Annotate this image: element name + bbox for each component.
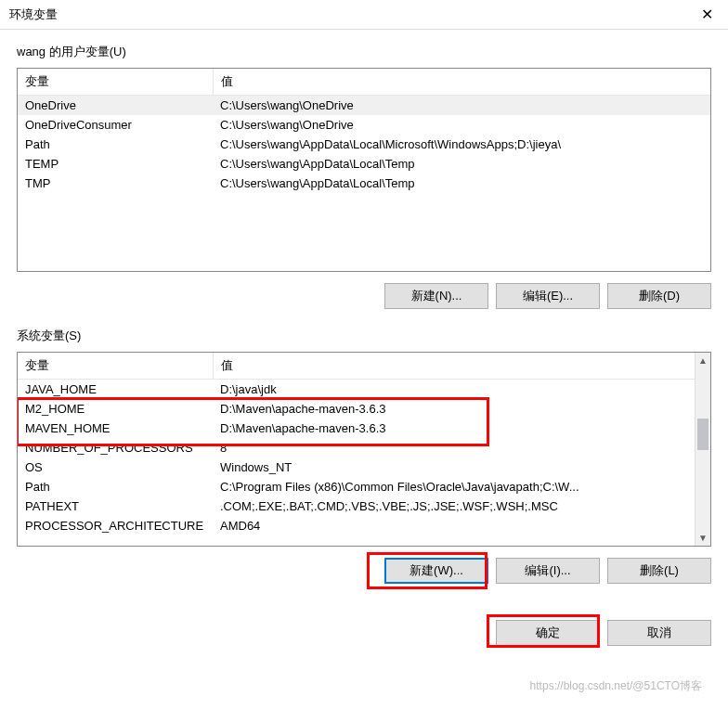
user-new-button[interactable]: 新建(N)... bbox=[384, 283, 488, 309]
sys-delete-button[interactable]: 删除(L) bbox=[607, 558, 711, 584]
sys-edit-button[interactable]: 编辑(I)... bbox=[496, 558, 600, 584]
table-row[interactable]: MAVEN_HOMED:\Maven\apache-maven-3.6.3 bbox=[18, 419, 695, 438]
scroll-track[interactable] bbox=[696, 368, 710, 530]
cell-val: Windows_NT bbox=[213, 458, 695, 477]
cancel-button[interactable]: 取消 bbox=[607, 620, 711, 646]
user-variables-table[interactable]: 变量 值 OneDriveC:\Users\wang\OneDriveOneDr… bbox=[17, 68, 711, 272]
table-row[interactable]: NUMBER_OF_PROCESSORS8 bbox=[18, 438, 695, 458]
table-row[interactable]: PATHEXT.COM;.EXE;.BAT;.CMD;.VBS;.VBE;.JS… bbox=[18, 496, 695, 516]
cell-var: JAVA_HOME bbox=[18, 380, 213, 400]
user-button-row: 新建(N)... 编辑(E)... 删除(D) bbox=[17, 283, 711, 309]
user-variables-label: wang 的用户变量(U) bbox=[17, 44, 711, 60]
cell-val: D:\Maven\apache-maven-3.6.3 bbox=[213, 419, 695, 438]
table-row[interactable]: JAVA_HOMED:\java\jdk bbox=[18, 380, 695, 400]
cell-val: 8 bbox=[213, 438, 695, 458]
cell-var: M2_HOME bbox=[18, 399, 213, 419]
system-variables-group: 系统变量(S) 变量 值 JAVA_HOMED:\java\jdkM2_HOME… bbox=[17, 328, 711, 584]
cell-val: .COM;.EXE;.BAT;.CMD;.VBS;.VBE;.JS;.JSE;.… bbox=[213, 496, 695, 516]
watermark-text: https://blog.csdn.net/@51CTO博客 bbox=[530, 678, 702, 694]
dialog-content: wang 的用户变量(U) 变量 值 OneDriveC:\Users\wang… bbox=[0, 30, 728, 616]
footer-row: 确定 取消 bbox=[0, 616, 728, 655]
close-icon[interactable]: ✕ bbox=[685, 0, 728, 30]
user-variables-group: wang 的用户变量(U) 变量 值 OneDriveC:\Users\wang… bbox=[17, 44, 711, 309]
table-row[interactable]: PathC:\Users\wang\AppData\Local\Microsof… bbox=[18, 135, 710, 154]
table-row[interactable]: TEMPC:\Users\wang\AppData\Local\Temp bbox=[18, 154, 710, 174]
table-row[interactable]: PathC:\Program Files (x86)\Common Files\… bbox=[18, 477, 695, 496]
cell-var: Path bbox=[18, 477, 213, 496]
table-row[interactable]: M2_HOMED:\Maven\apache-maven-3.6.3 bbox=[18, 399, 695, 419]
sys-col-variable[interactable]: 变量 bbox=[18, 353, 213, 380]
scroll-up-icon[interactable]: ▲ bbox=[696, 353, 710, 368]
sys-button-row: 新建(W)... 编辑(I)... 删除(L) bbox=[17, 558, 711, 584]
cell-val: D:\java\jdk bbox=[213, 380, 695, 400]
user-delete-button[interactable]: 删除(D) bbox=[607, 283, 711, 309]
cell-var: Path bbox=[18, 135, 213, 154]
user-col-variable[interactable]: 变量 bbox=[18, 69, 213, 96]
cell-val: C:\Users\wang\AppData\Local\Microsoft\Wi… bbox=[213, 135, 710, 154]
system-variables-label: 系统变量(S) bbox=[17, 328, 711, 344]
table-row[interactable]: OneDriveConsumerC:\Users\wang\OneDrive bbox=[18, 115, 710, 135]
sys-scrollbar[interactable]: ▲ ▼ bbox=[695, 353, 710, 546]
table-row[interactable]: OneDriveC:\Users\wang\OneDrive bbox=[18, 96, 710, 116]
cell-var: NUMBER_OF_PROCESSORS bbox=[18, 438, 213, 458]
cell-var: PROCESSOR_ARCHITECTURE bbox=[18, 516, 213, 535]
cell-val: C:\Program Files (x86)\Common Files\Orac… bbox=[213, 477, 695, 496]
sys-new-button[interactable]: 新建(W)... bbox=[384, 558, 488, 584]
cell-var: OS bbox=[18, 458, 213, 477]
cell-var: PATHEXT bbox=[18, 496, 213, 516]
cell-var: TEMP bbox=[18, 154, 213, 174]
cell-val: AMD64 bbox=[213, 516, 695, 535]
titlebar: 环境变量 ✕ bbox=[0, 0, 728, 30]
sys-col-value[interactable]: 值 bbox=[213, 353, 695, 380]
user-col-value[interactable]: 值 bbox=[213, 69, 710, 96]
cell-val: D:\Maven\apache-maven-3.6.3 bbox=[213, 399, 695, 419]
cell-val: C:\Users\wang\OneDrive bbox=[213, 96, 710, 116]
table-row[interactable]: PROCESSOR_ARCHITECTUREAMD64 bbox=[18, 516, 695, 535]
window-title: 环境变量 bbox=[9, 6, 58, 23]
scroll-thumb[interactable] bbox=[697, 419, 708, 450]
system-variables-table[interactable]: 变量 值 JAVA_HOMED:\java\jdkM2_HOMED:\Maven… bbox=[17, 352, 711, 547]
cell-var: OneDrive bbox=[18, 96, 213, 116]
cell-val: C:\Users\wang\OneDrive bbox=[213, 115, 710, 135]
cell-var: TMP bbox=[18, 174, 213, 193]
cell-val: C:\Users\wang\AppData\Local\Temp bbox=[213, 174, 710, 193]
table-row[interactable]: OSWindows_NT bbox=[18, 458, 695, 477]
ok-button[interactable]: 确定 bbox=[496, 620, 600, 646]
scroll-down-icon[interactable]: ▼ bbox=[696, 530, 710, 546]
cell-var: OneDriveConsumer bbox=[18, 115, 213, 135]
table-row[interactable]: TMPC:\Users\wang\AppData\Local\Temp bbox=[18, 174, 710, 193]
user-edit-button[interactable]: 编辑(E)... bbox=[496, 283, 600, 309]
cell-var: MAVEN_HOME bbox=[18, 419, 213, 438]
cell-val: C:\Users\wang\AppData\Local\Temp bbox=[213, 154, 710, 174]
